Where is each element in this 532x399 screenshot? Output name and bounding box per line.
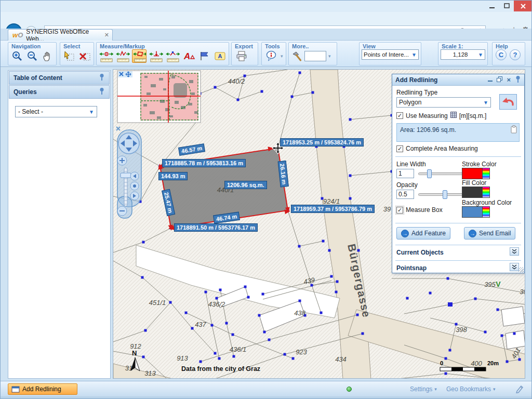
tab-favicon: wO (12, 31, 23, 39)
bottom-taskbar: Add Redlining Settings▾ Geo Bookmarks▾ (1, 381, 532, 396)
background-color-picker-icon[interactable] (483, 206, 490, 218)
more-tools-input[interactable] (304, 51, 326, 61)
tools-dropdown-caret[interactable]: ▾ (281, 54, 283, 59)
print-icon[interactable] (234, 49, 248, 63)
zoom-slider-handle[interactable] (121, 173, 131, 178)
measure-edit-icon[interactable] (165, 49, 180, 63)
view-group-label: View (360, 43, 421, 49)
edit-pen-icon[interactable] (515, 384, 524, 393)
pin-icon[interactable] (99, 87, 105, 97)
context-help-button[interactable]: C (496, 49, 507, 60)
label-markup-icon[interactable]: A (213, 49, 227, 63)
calculator-icon[interactable] (450, 112, 457, 119)
sidebar-item-queries[interactable]: Queries (9, 85, 110, 99)
tab-close-icon[interactable]: ✕ (104, 32, 109, 38)
minimize-button[interactable] (485, 1, 499, 11)
panel-minimize-icon[interactable] (488, 76, 493, 84)
complete-area-label: Complete Area Measuring (406, 145, 478, 152)
svg-text:451/1: 451/1 (149, 299, 166, 307)
text-markup-icon[interactable]: A (182, 49, 195, 63)
fill-color-picker-icon[interactable] (483, 187, 490, 198)
settings-menu[interactable]: Settings▾ (410, 385, 437, 393)
measure-line-icon[interactable] (115, 49, 130, 63)
panel-restore-icon[interactable] (497, 76, 502, 84)
svg-text:0: 0 (440, 360, 443, 366)
tools-group-label: Tools (262, 43, 286, 49)
panel-title-bar[interactable]: Add Redlining × (392, 74, 524, 86)
line-width-slider[interactable] (418, 172, 464, 175)
use-measuring-checkbox[interactable]: ✓ (396, 112, 403, 119)
complete-area-row[interactable]: ✓ Complete Area Measuring (396, 145, 478, 152)
measure-perpendicular-icon[interactable] (149, 49, 163, 63)
line-width-label: Line Width (396, 161, 426, 168)
area-value: Area: 1206.96 sq.m. (400, 126, 456, 134)
send-email-button[interactable]: → Send Email (464, 227, 515, 240)
svg-text:A: A (218, 53, 222, 59)
view-select[interactable]: Points of Intere...▼ (362, 49, 419, 60)
stroke-color-picker-icon[interactable] (483, 168, 490, 179)
redlining-type-select[interactable]: Polygon▼ (396, 97, 491, 108)
add-feature-button[interactable]: → Add Feature (396, 227, 450, 240)
complete-area-checkbox[interactable]: ✓ (396, 145, 403, 152)
sidebar-item-table-of-content[interactable]: Table of Content (9, 71, 110, 85)
toolbar-group-export: Export (231, 42, 258, 65)
toolbar-group-navigation: Navigation (8, 42, 57, 65)
measure-polygon-icon[interactable] (132, 49, 147, 63)
panel-pin-icon[interactable] (515, 75, 521, 85)
panel-close-icon[interactable]: × (507, 76, 511, 84)
line-width-input[interactable] (396, 169, 414, 178)
help-button[interactable]: ? (510, 49, 521, 60)
svg-text:A: A (183, 51, 190, 61)
area-result-box: Area: 1206.96 sq.m. (396, 123, 520, 142)
clipboard-icon[interactable] (511, 125, 517, 135)
more-dropdown-caret[interactable]: ▾ (328, 54, 331, 59)
maptip-balloon-icon[interactable] (264, 49, 278, 63)
flag-markup-icon[interactable] (197, 49, 211, 63)
scale-group-label: Scale 1: (438, 43, 487, 49)
measure-box-checkbox[interactable]: ✓ (396, 207, 403, 214)
add-redlining-window-button[interactable]: Add Redlining (8, 383, 77, 395)
measure-box-label: Measure Box (406, 206, 443, 214)
background-color-swatch[interactable] (462, 206, 483, 218)
svg-text:N: N (132, 349, 137, 357)
toolbar-group-more: More.. ▾ (288, 42, 337, 65)
panel-resize-grip[interactable] (518, 267, 524, 272)
fill-color-label: Fill Color (462, 179, 486, 187)
hammer-tool-icon[interactable] (291, 49, 302, 63)
opacity-input[interactable] (396, 190, 414, 199)
browser-tab[interactable]: wO SYNERGIS WebOffice Web... ✕ (8, 29, 113, 41)
close-button[interactable] (514, 1, 532, 11)
opacity-label: Opacity (396, 181, 418, 189)
maximize-button[interactable] (499, 1, 514, 11)
poi-marker: V (496, 280, 501, 288)
query-select[interactable]: - Select -▼ (15, 106, 97, 117)
measure-coordinate-icon[interactable] (99, 49, 113, 63)
measure-box-row[interactable]: ✓ Measure Box (396, 206, 443, 214)
use-measuring-label: Use Measuring (406, 112, 448, 119)
queries-label: Queries (14, 88, 37, 96)
zoom-out-icon[interactable] (25, 49, 38, 63)
pointsnap-expand-button[interactable] (510, 263, 519, 271)
svg-text:436/2: 436/2 (208, 300, 225, 308)
use-measuring-row[interactable]: ✓ Use Measuring [m][sq.m.] (396, 112, 486, 119)
geo-bookmarks-menu[interactable]: Geo Bookmarks▾ (446, 385, 496, 393)
fill-color-swatch[interactable] (462, 187, 483, 198)
stroke-color-swatch[interactable] (462, 168, 483, 179)
clear-selection-icon[interactable] (78, 49, 91, 63)
select-features-icon[interactable] (62, 49, 76, 63)
scale-select[interactable]: 1,128▼ (441, 49, 485, 60)
main-toolbar: Navigation Select Measure/Markup (1, 41, 532, 67)
pan-hand-icon[interactable] (41, 49, 54, 63)
pointsnap-section: Pointsnap (396, 264, 427, 272)
svg-text:39: 39 (383, 205, 391, 213)
pin-icon[interactable] (99, 73, 105, 83)
measure-group-label: Measure/Markup (97, 43, 229, 49)
help-group-label: Help (493, 43, 525, 49)
undo-button[interactable] (499, 94, 517, 110)
window-bottom-edge (1, 396, 532, 399)
current-objects-expand-button[interactable] (510, 247, 519, 256)
zoom-in-icon[interactable] (10, 49, 23, 63)
opacity-slider[interactable] (418, 193, 464, 196)
left-sidebar: Table of Content Queries - Select -▼ (8, 70, 111, 379)
overview-map[interactable] (117, 71, 201, 123)
